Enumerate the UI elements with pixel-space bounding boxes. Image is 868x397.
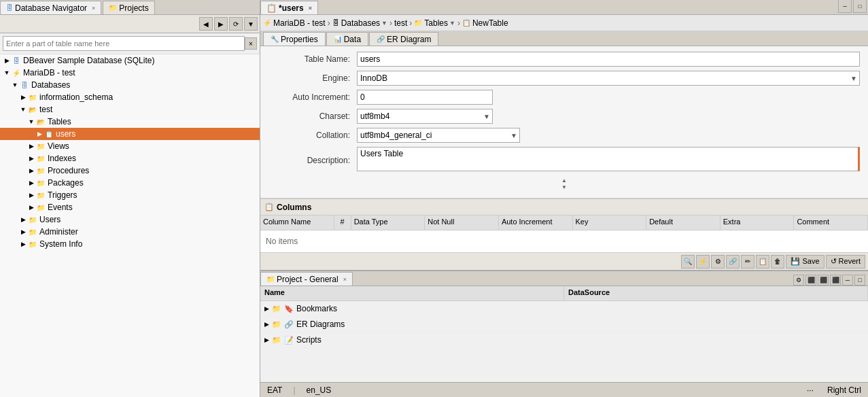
breadcrumb-databases-dropdown[interactable]: ▼ <box>381 20 387 27</box>
tab-users[interactable]: 📋 *users × <box>260 1 318 14</box>
breadcrumb-tables-dropdown[interactable]: ▼ <box>449 20 455 27</box>
tree-item-procedures[interactable]: ▶ 📁 Procedures <box>0 165 260 177</box>
subtab-data[interactable]: 📊 Data <box>326 32 368 46</box>
breadcrumb-tables[interactable]: Tables ▼ <box>424 18 455 28</box>
info-schema-label: information_schema <box>39 92 113 103</box>
indexes-arrow: ▶ <box>27 153 35 164</box>
tree-item-views[interactable]: ▶ 📁 Views <box>0 140 260 152</box>
project-tab-close[interactable]: × <box>343 276 347 283</box>
bookmarks-icon: 📁 <box>272 305 281 313</box>
proj-col-name: Name <box>260 286 564 300</box>
tree-item-events[interactable]: ▶ 📁 Events <box>0 201 260 213</box>
tree-item-users-top[interactable]: ▶ 📁 Users <box>0 213 260 226</box>
refresh-button[interactable]: ⟳ <box>229 17 243 31</box>
scroll-down-btn[interactable]: ▼ <box>561 184 567 191</box>
subtab-er-label: ER Diagram <box>387 35 431 44</box>
tree-item-sysinfo[interactable]: ▶ 📁 System Info <box>0 238 260 250</box>
tree-item-databases[interactable]: ▼ 🗄 Databases <box>0 79 260 91</box>
tree-item-triggers[interactable]: ▶ 📁 Triggers <box>0 189 260 201</box>
columns-table-header: Column Name # Data Type Not Null Auto In… <box>260 215 868 230</box>
breadcrumb-sep-3: › <box>409 18 412 28</box>
breadcrumb-mariadb[interactable]: MariaDB - test <box>273 18 326 28</box>
triggers-arrow: ▶ <box>27 190 35 201</box>
tree-item-info-schema[interactable]: ▶ 📁 information_schema <box>0 91 260 103</box>
breadcrumb-databases[interactable]: Databases ▼ <box>341 18 387 28</box>
tree-item-tables[interactable]: ▼ 📂 Tables <box>0 116 260 128</box>
tree-item-dbeaver[interactable]: ▶ 🗄 DBeaver Sample Database (SQLite) <box>0 54 260 67</box>
tree-item-test[interactable]: ▼ 📂 test <box>0 103 260 116</box>
mariadb-icon: ⚡ <box>11 67 22 78</box>
minimize-button[interactable]: ─ <box>838 0 852 13</box>
scripts-expand-arrow[interactable]: ▶ <box>264 336 269 343</box>
search-input[interactable] <box>3 36 245 51</box>
tree-item-packages[interactable]: ▶ 📁 Packages <box>0 177 260 189</box>
left-panel-tabs: 🗄 Database Navigator × 📁 Projects <box>0 0 260 15</box>
bottom-restore-btn[interactable]: □ <box>854 275 865 286</box>
maximize-button[interactable]: □ <box>853 0 867 13</box>
breadcrumb-newtable[interactable]: NewTable <box>472 18 508 28</box>
col-header-num: # <box>334 215 351 230</box>
tab-projects[interactable]: 📁 Projects <box>103 1 154 14</box>
tree-item-users[interactable]: ▶ 📋 users <box>0 128 260 140</box>
scroll-up-btn[interactable]: ▲ <box>561 177 567 184</box>
status-sep: | <box>293 385 295 395</box>
tree-item-mariadb[interactable]: ▼ ⚡ MariaDB - test <box>0 67 260 79</box>
bottom-minimize-btn[interactable]: ⬛ <box>805 275 816 286</box>
engine-select[interactable]: InnoDB MyISAM MEMORY <box>357 71 860 86</box>
databases-arrow: ▼ <box>11 80 19 90</box>
project-row-bookmarks[interactable]: ▶ 📁 🔖 Bookmarks <box>260 301 868 317</box>
bottom-max-btn[interactable]: ⬛ <box>830 275 841 286</box>
revert-button[interactable]: ↺ Revert <box>826 255 865 269</box>
col-settings-button[interactable]: ⚙ <box>711 255 725 269</box>
tree-item-indexes[interactable]: ▶ 📁 Indexes <box>0 152 260 165</box>
project-row-scripts[interactable]: ▶ 📁 📝 Scripts <box>260 332 868 348</box>
project-row-er-diagrams[interactable]: ▶ 📁 🔗 ER Diagrams <box>260 317 868 332</box>
engine-label: Engine: <box>268 73 357 83</box>
bottom-split-btn[interactable]: ⬛ <box>818 275 829 286</box>
users-tab-icon: 📋 <box>266 3 277 13</box>
bottom-panel: 📁 Project - General × ⚙ ⬛ ⬛ ⬛ ─ □ Name D… <box>260 270 868 382</box>
close-icon[interactable]: × <box>92 5 95 12</box>
tab-database-navigator[interactable]: 🗄 Database Navigator × <box>0 1 101 14</box>
subtab-er-diagram[interactable]: 🔗 ER Diagram <box>369 32 438 46</box>
charset-select[interactable]: utf8mb4 utf8 latin1 <box>357 109 493 124</box>
tree-item-administer[interactable]: ▶ 📁 Administer <box>0 226 260 238</box>
description-input[interactable]: Users Table <box>357 147 860 171</box>
bottom-min2-btn[interactable]: ─ <box>842 275 853 286</box>
form-row-auto-increment: Auto Increment: <box>268 90 860 105</box>
er-folder-icon: 📁 <box>272 320 281 329</box>
breadcrumb-mariadb-label: MariaDB - test <box>273 18 326 28</box>
col-copy-button[interactable]: 📋 <box>756 255 769 269</box>
bookmarks-folder-icon: 🔖 <box>284 305 294 313</box>
breadcrumb-sep-1: › <box>328 18 330 28</box>
bottom-settings-btn[interactable]: ⚙ <box>793 275 804 286</box>
col-link-button[interactable]: 🔗 <box>726 255 740 269</box>
users-tab-close[interactable]: × <box>309 5 312 12</box>
search-clear-button[interactable]: × <box>245 37 257 50</box>
administer-icon: 📁 <box>27 226 38 237</box>
subtab-properties[interactable]: 🔧 Properties <box>263 32 326 46</box>
procedures-arrow: ▶ <box>27 165 35 176</box>
more-button[interactable]: ▼ <box>244 17 258 31</box>
table-name-input[interactable] <box>357 52 860 67</box>
views-icon: 📁 <box>35 141 46 152</box>
breadcrumb-test[interactable]: test <box>394 18 407 28</box>
nav-back-button[interactable]: ◀ <box>199 17 213 31</box>
dbeaver-arrow: ▶ <box>3 55 11 66</box>
er-expand-arrow[interactable]: ▶ <box>264 321 269 328</box>
collation-select[interactable]: utf8mb4_general_ci utf8mb4_unicode_ci <box>357 128 520 143</box>
save-button[interactable]: 💾 Save <box>786 255 824 269</box>
col-filter-button[interactable]: ⚡ <box>696 255 710 269</box>
right-tab-bar: 📋 *users × ─ □ <box>260 0 868 15</box>
col-search-button[interactable]: 🔍 <box>681 255 695 269</box>
window-controls: ─ □ <box>837 0 868 14</box>
nav-forward-button[interactable]: ▶ <box>214 17 228 31</box>
col-delete-button[interactable]: 🗑 <box>771 255 784 269</box>
auto-increment-input[interactable] <box>357 90 493 105</box>
data-icon: 📊 <box>334 35 342 43</box>
col-edit-button[interactable]: ✏ <box>741 255 754 269</box>
databases-icon: 🗄 <box>19 80 30 90</box>
bookmarks-expand-arrow[interactable]: ▶ <box>264 305 269 312</box>
table-name-label: Table Name: <box>268 54 357 64</box>
tab-project-general[interactable]: 📁 Project - General × <box>260 272 353 286</box>
